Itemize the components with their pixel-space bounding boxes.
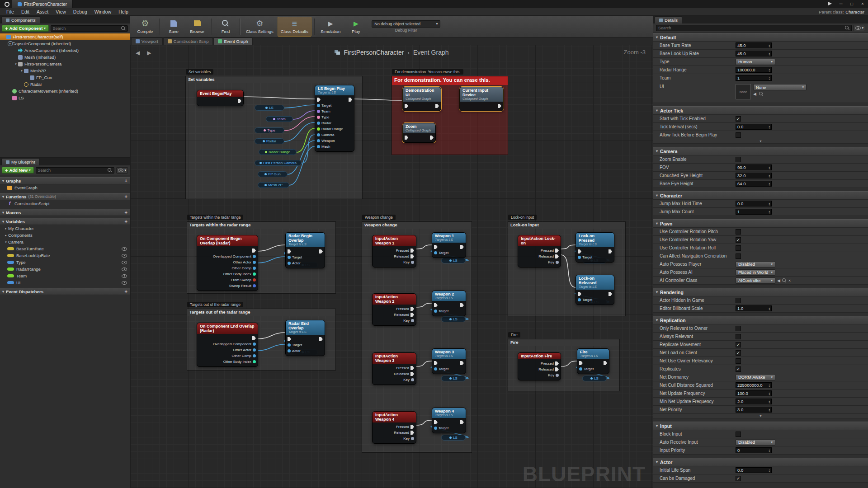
spinner-icon[interactable]: ▴▾	[769, 174, 770, 178]
class-settings-button[interactable]: Class Settings	[243, 17, 277, 37]
released-pin[interactable]	[410, 372, 414, 376]
node-weapon-1[interactable]: Weapon 1Target is LSTarget	[432, 232, 466, 258]
exec-pin[interactable]	[460, 361, 464, 365]
camera-pin[interactable]	[317, 133, 320, 136]
spinner-icon[interactable]: ▴▾	[769, 166, 770, 169]
key-pin[interactable]	[556, 261, 559, 264]
node-event-beginplay[interactable]: Event BeginPlay	[197, 90, 244, 106]
radar-pin[interactable]	[317, 122, 320, 125]
zoom-enable-checkbox[interactable]	[736, 157, 741, 162]
menu-view[interactable]: View	[52, 9, 70, 15]
my-blueprint-tab[interactable]: My Blueprint	[1, 158, 40, 165]
component-arrowcomponent-inherited[interactable]: ArrowComponent (Inherited)	[0, 47, 130, 54]
variable-getter-team[interactable]: Team	[266, 116, 293, 122]
mesh-pin[interactable]	[317, 145, 320, 148]
asset-tab[interactable]: FirstPersonCharacter	[12, 0, 73, 8]
base-turn-rate-input[interactable]: 45.0▴▾	[736, 42, 772, 48]
add-variables-button[interactable]: +	[125, 219, 127, 224]
key-pin[interactable]	[556, 374, 559, 377]
overlapped-component-pin[interactable]	[253, 343, 256, 346]
comment-title[interactable]: Targets within the radar range	[187, 222, 335, 229]
key-pin[interactable]	[411, 261, 414, 264]
net-priority-input[interactable]: 3.0▴▾	[736, 407, 772, 413]
components-search-input[interactable]	[53, 26, 120, 31]
section-macros[interactable]: ▾Macros+	[0, 209, 130, 216]
component-firstpersoncharacter-self[interactable]: FirstPersonCharacter(self)	[0, 33, 130, 40]
var-type[interactable]: Type	[0, 259, 130, 266]
var-baselookuprate[interactable]: BaseLookUpRate	[0, 252, 130, 259]
category-my-character[interactable]: ▸My Character	[0, 225, 130, 232]
node-fire-node[interactable]: FireTarget is LSTarget	[577, 348, 609, 374]
pressed-pin[interactable]	[555, 249, 559, 253]
variable-getter-radar-range[interactable]: Radar Range	[259, 149, 297, 155]
exec-pin[interactable]	[435, 104, 439, 108]
target-pin[interactable]	[434, 251, 437, 254]
spinner-icon[interactable]: ▴▾	[769, 182, 770, 186]
exec-pin[interactable]	[434, 420, 438, 424]
feedback-icon[interactable]	[825, 0, 835, 8]
expand-replication-button[interactable]: ▼	[653, 414, 868, 418]
can-affect-navigation-generation-checkbox[interactable]	[736, 253, 741, 259]
editor-billboard-scale-input[interactable]: 1.0▴▾	[736, 305, 772, 311]
exec-pin[interactable]	[349, 98, 352, 102]
net-cull-distance-squared-input[interactable]: 225000000.0▴▾	[736, 382, 772, 388]
comment-title[interactable]: Fire	[508, 339, 619, 346]
target-pin[interactable]	[579, 367, 582, 371]
auto-possess-player-dropdown[interactable]: Disabled▾	[736, 261, 775, 267]
exec-pin[interactable]	[434, 245, 438, 249]
spinner-icon[interactable]: ▴▾	[769, 392, 770, 395]
pressed-pin[interactable]	[410, 307, 414, 311]
pressed-pin[interactable]	[410, 425, 414, 429]
section-functions[interactable]: ▾Functions(31 Overridable)+	[0, 193, 130, 200]
key-pin[interactable]	[411, 319, 414, 322]
exec-pin[interactable]	[609, 249, 612, 253]
component-capsulecomponent-inherited[interactable]: ▾CapsuleComponent (Inherited)	[0, 40, 130, 47]
menu-asset[interactable]: Asset	[33, 9, 52, 15]
spinner-icon[interactable]: ▴▾	[769, 44, 770, 47]
component-firstpersoncamera[interactable]: ▾FirstPersonCamera	[0, 61, 130, 67]
exec-pin[interactable]	[434, 303, 438, 307]
menu-help[interactable]: Help	[115, 9, 132, 15]
sweep-result-pin[interactable]	[253, 284, 256, 287]
exec-pin[interactable]	[252, 249, 256, 253]
comment-title[interactable]: For demonstration. You can erase this.	[392, 76, 508, 85]
net-dormancy-dropdown[interactable]: DORM Awake▾	[736, 374, 775, 380]
node-ls-begin-play[interactable]: LS Begin PlayTarget is LSTargetTeamTypeR…	[315, 85, 354, 152]
spinner-icon[interactable]: ▴▾	[769, 76, 770, 80]
section-actor-tick[interactable]: ▾Actor Tick	[653, 106, 868, 115]
net-load-on-client-checkbox[interactable]: ✓	[736, 350, 741, 356]
other-comp-pin[interactable]	[253, 354, 256, 357]
target-pin[interactable]	[434, 310, 437, 313]
exec-pin[interactable]	[579, 361, 583, 365]
net-update-frequency-input[interactable]: 100.0▴▾	[736, 390, 772, 396]
exec-pin[interactable]	[405, 136, 408, 140]
tick-interval-secs-input[interactable]: 0.0▴▾	[736, 124, 772, 130]
node-weapon-4[interactable]: Weapon 4Target is LSTarget	[432, 408, 466, 433]
component-ls[interactable]: LS	[0, 94, 130, 101]
variable-getter-ls[interactable]: LS	[441, 258, 466, 263]
details-view-options-button[interactable]: ▾	[854, 25, 865, 31]
actor-pin[interactable]	[288, 262, 291, 265]
exec-pin[interactable]	[609, 292, 612, 296]
target-pin[interactable]	[434, 367, 437, 371]
spinner-icon[interactable]: ▴▾	[769, 469, 770, 472]
comment-title[interactable]: Weapon change	[362, 222, 472, 229]
details-search-input[interactable]	[658, 26, 844, 30]
node-inputaction-weapon-3[interactable]: InputAction Weapon 3PressedReleasedKey	[372, 352, 416, 385]
variable-getter-ls[interactable]: LS	[582, 375, 607, 381]
my-blueprint-search-input[interactable]	[38, 168, 107, 173]
eye-icon[interactable]	[122, 247, 127, 251]
section-character[interactable]: ▾Character	[653, 191, 868, 200]
add-macros-button[interactable]: +	[125, 210, 127, 215]
comment-title[interactable]: Set variables	[186, 76, 362, 83]
node-on-component-end-overlap-radar[interactable]: On Component End Overlap (Radar)Overlapp…	[197, 323, 258, 367]
browse-button[interactable]: Browse	[186, 17, 208, 37]
exec-pin[interactable]	[578, 249, 581, 253]
comment-title[interactable]: Targets out of the radar range	[187, 309, 335, 316]
find-button[interactable]: Find	[214, 17, 237, 37]
debug-object-dropdown[interactable]: No debug object selected ▾	[372, 20, 440, 28]
parent-class-link[interactable]: Character	[845, 9, 864, 14]
replicates-checkbox[interactable]: ✓	[736, 366, 741, 372]
expander-icon[interactable]: ▸	[4, 227, 8, 230]
category-camera[interactable]: ▾Camera	[0, 239, 130, 245]
